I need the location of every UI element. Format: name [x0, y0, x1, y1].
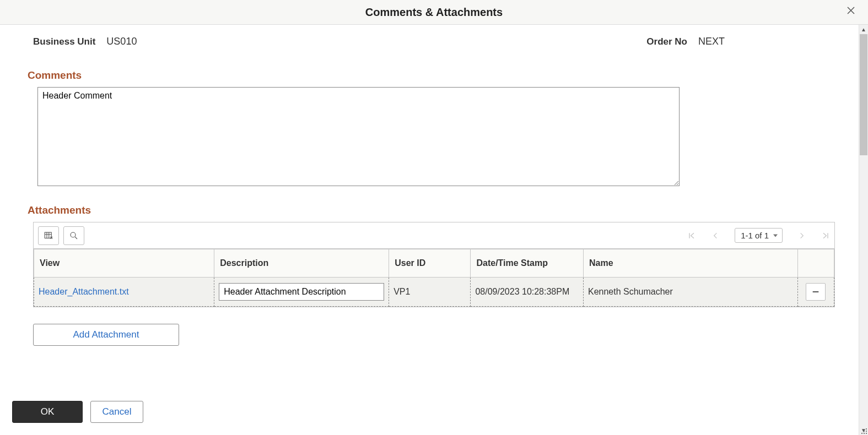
delete-row-button[interactable] [806, 283, 826, 301]
modal-header: Comments & Attachments [0, 0, 868, 25]
scrollbar-thumb[interactable] [860, 34, 867, 155]
search-icon[interactable] [63, 226, 84, 245]
svg-rect-0 [45, 232, 51, 238]
business-unit-label: Business Unit [33, 36, 95, 47]
col-header-delete [797, 249, 834, 278]
attachments-table: View Description User ID Date/Time Stamp… [34, 249, 834, 307]
close-icon[interactable] [846, 6, 856, 18]
table-row: Header_Attachment.txt VP1 08/09/2023 10:… [34, 278, 834, 307]
svg-point-1 [71, 232, 76, 237]
scroll-up-icon[interactable]: ▲ [859, 25, 868, 34]
add-attachment-button[interactable]: Add Attachment [33, 324, 179, 346]
comments-textarea[interactable] [37, 87, 680, 186]
info-row: Business Unit US010 Order No NEXT [33, 36, 835, 47]
resize-grip-icon[interactable] [861, 428, 867, 434]
content-area: Business Unit US010 Order No NEXT Commen… [0, 25, 868, 357]
grid-action-icon[interactable] [38, 226, 59, 245]
name-cell: Kenneth Schumacher [583, 278, 797, 307]
vertical-scrollbar[interactable]: ▲ ▼ [859, 25, 868, 435]
footer-buttons: OK Cancel [12, 401, 143, 423]
cancel-button[interactable]: Cancel [90, 401, 143, 423]
ok-button[interactable]: OK [12, 401, 83, 423]
col-header-name[interactable]: Name [583, 249, 797, 278]
row-range-select[interactable]: 1-1 of 1 [735, 228, 783, 243]
datetime-cell: 08/09/2023 10:28:38PM [471, 278, 584, 307]
business-unit-value: US010 [106, 36, 137, 47]
col-header-view[interactable]: View [34, 249, 214, 278]
attachments-grid: 1-1 of 1 View Description User ID Date/T… [33, 222, 835, 307]
last-page-icon[interactable] [821, 231, 830, 240]
grid-pagination: 1-1 of 1 [687, 228, 830, 243]
col-header-datetime[interactable]: Date/Time Stamp [471, 249, 584, 278]
attachments-heading: Attachments [28, 204, 835, 216]
col-header-user-id[interactable]: User ID [389, 249, 471, 278]
comments-heading: Comments [28, 69, 835, 81]
page-title: Comments & Attachments [365, 6, 503, 19]
table-header-row: View Description User ID Date/Time Stamp… [34, 249, 834, 278]
first-page-icon[interactable] [687, 231, 696, 240]
order-no-value: NEXT [698, 36, 725, 47]
grid-toolbar: 1-1 of 1 [34, 222, 834, 249]
description-input[interactable] [219, 283, 384, 301]
attachment-link[interactable]: Header_Attachment.txt [39, 287, 129, 296]
next-page-icon[interactable] [798, 232, 806, 240]
user-id-cell: VP1 [389, 278, 471, 307]
prev-page-icon[interactable] [711, 232, 719, 240]
col-header-description[interactable]: Description [214, 249, 389, 278]
order-no-label: Order No [646, 36, 687, 47]
